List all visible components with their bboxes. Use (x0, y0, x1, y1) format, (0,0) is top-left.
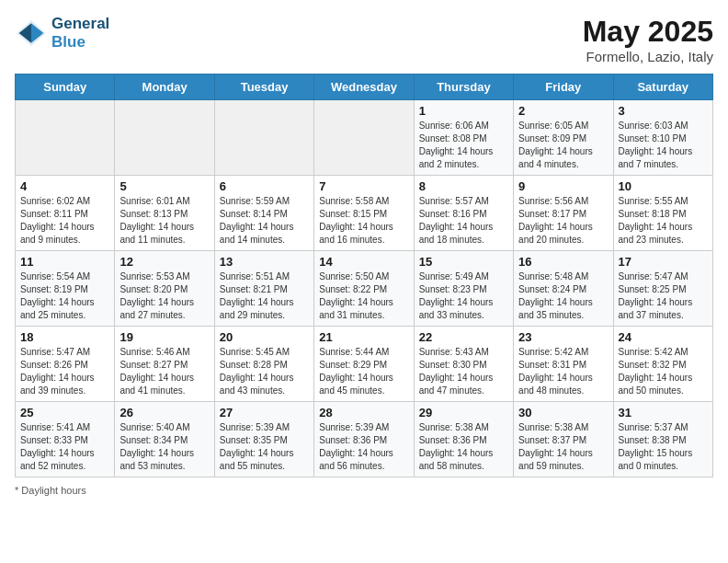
calendar-cell: 18Sunrise: 5:47 AMSunset: 8:26 PMDayligh… (16, 327, 115, 402)
calendar-cell: 6Sunrise: 5:59 AMSunset: 8:14 PMDaylight… (214, 176, 313, 251)
day-number: 31 (619, 406, 708, 419)
footer-note: * Daylight hours (15, 485, 713, 496)
calendar-cell (115, 100, 214, 176)
day-number: 9 (518, 179, 608, 193)
calendar-cell (214, 100, 313, 176)
day-info: Sunrise: 5:55 AMSunset: 8:18 PMDaylight:… (619, 195, 708, 247)
day-number: 18 (20, 330, 109, 344)
weekday-header-row: SundayMondayTuesdayWednesdayThursdayFrid… (16, 75, 713, 100)
calendar-cell (16, 100, 115, 176)
day-info: Sunrise: 5:50 AMSunset: 8:22 PMDaylight:… (319, 270, 408, 322)
day-info: Sunrise: 6:01 AMSunset: 8:13 PMDaylight:… (119, 195, 209, 247)
calendar-cell: 16Sunrise: 5:48 AMSunset: 8:24 PMDayligh… (514, 251, 613, 327)
day-info: Sunrise: 5:39 AMSunset: 8:35 PMDaylight:… (220, 421, 309, 473)
weekday-header-wednesday: Wednesday (314, 75, 414, 100)
day-info: Sunrise: 5:46 AMSunset: 8:27 PMDaylight:… (119, 346, 209, 397)
day-info: Sunrise: 5:47 AMSunset: 8:25 PMDaylight:… (619, 270, 708, 322)
weekday-header-monday: Monday (115, 75, 214, 100)
calendar-cell: 13Sunrise: 5:51 AMSunset: 8:21 PMDayligh… (214, 251, 313, 327)
day-number: 2 (518, 104, 608, 118)
calendar-cell: 22Sunrise: 5:43 AMSunset: 8:30 PMDayligh… (414, 327, 513, 402)
calendar-cell: 28Sunrise: 5:39 AMSunset: 8:36 PMDayligh… (314, 402, 414, 477)
logo: General Blue (15, 15, 109, 52)
weekday-header-sunday: Sunday (16, 75, 115, 100)
day-info: Sunrise: 5:40 AMSunset: 8:34 PMDaylight:… (119, 421, 209, 473)
day-number: 8 (419, 179, 508, 193)
calendar-cell: 8Sunrise: 5:57 AMSunset: 8:16 PMDaylight… (414, 176, 513, 251)
day-number: 26 (119, 406, 209, 419)
weekday-header-saturday: Saturday (613, 75, 712, 100)
day-info: Sunrise: 5:49 AMSunset: 8:23 PMDaylight:… (419, 270, 508, 322)
day-number: 19 (119, 330, 209, 344)
day-number: 17 (619, 255, 708, 269)
day-info: Sunrise: 5:42 AMSunset: 8:31 PMDaylight:… (518, 346, 608, 397)
day-info: Sunrise: 5:39 AMSunset: 8:36 PMDaylight:… (319, 421, 408, 473)
calendar-cell: 7Sunrise: 5:58 AMSunset: 8:15 PMDaylight… (314, 176, 414, 251)
calendar-cell: 4Sunrise: 6:02 AMSunset: 8:11 PMDaylight… (16, 176, 115, 251)
weekday-header-thursday: Thursday (414, 75, 513, 100)
day-number: 28 (319, 406, 408, 419)
calendar-cell: 26Sunrise: 5:40 AMSunset: 8:34 PMDayligh… (115, 402, 214, 477)
day-number: 29 (419, 406, 508, 419)
calendar-cell: 24Sunrise: 5:42 AMSunset: 8:32 PMDayligh… (613, 327, 712, 402)
calendar-cell: 30Sunrise: 5:38 AMSunset: 8:37 PMDayligh… (514, 402, 613, 477)
calendar-cell: 5Sunrise: 6:01 AMSunset: 8:13 PMDaylight… (115, 176, 214, 251)
page-header: General Blue May 2025 Formello, Lazio, I… (15, 15, 713, 64)
calendar-cell: 12Sunrise: 5:53 AMSunset: 8:20 PMDayligh… (115, 251, 214, 327)
calendar-cell: 1Sunrise: 6:06 AMSunset: 8:08 PMDaylight… (414, 100, 513, 176)
day-number: 1 (419, 104, 508, 118)
day-info: Sunrise: 5:48 AMSunset: 8:24 PMDaylight:… (518, 270, 608, 322)
day-info: Sunrise: 5:58 AMSunset: 8:15 PMDaylight:… (319, 195, 408, 247)
day-info: Sunrise: 5:56 AMSunset: 8:17 PMDaylight:… (518, 195, 608, 247)
weekday-header-friday: Friday (514, 75, 613, 100)
day-info: Sunrise: 5:37 AMSunset: 8:38 PMDaylight:… (619, 421, 708, 473)
day-info: Sunrise: 5:43 AMSunset: 8:30 PMDaylight:… (419, 346, 508, 397)
day-number: 23 (518, 330, 608, 344)
weekday-header-tuesday: Tuesday (214, 75, 313, 100)
day-info: Sunrise: 5:47 AMSunset: 8:26 PMDaylight:… (20, 346, 109, 397)
day-info: Sunrise: 5:45 AMSunset: 8:28 PMDaylight:… (220, 346, 309, 397)
footer-note-text: Daylight hours (21, 485, 85, 496)
calendar-cell: 9Sunrise: 5:56 AMSunset: 8:17 PMDaylight… (514, 176, 613, 251)
day-number: 11 (20, 255, 109, 269)
day-number: 4 (20, 179, 109, 193)
day-info: Sunrise: 6:05 AMSunset: 8:09 PMDaylight:… (518, 120, 608, 171)
day-number: 25 (20, 406, 109, 419)
day-info: Sunrise: 5:59 AMSunset: 8:14 PMDaylight:… (220, 195, 309, 247)
day-number: 6 (220, 179, 309, 193)
calendar-cell: 25Sunrise: 5:41 AMSunset: 8:33 PMDayligh… (16, 402, 115, 477)
week-row-1: 1Sunrise: 6:06 AMSunset: 8:08 PMDaylight… (16, 100, 713, 176)
day-info: Sunrise: 5:38 AMSunset: 8:36 PMDaylight:… (419, 421, 508, 473)
day-number: 13 (220, 255, 309, 269)
day-info: Sunrise: 5:54 AMSunset: 8:19 PMDaylight:… (20, 270, 109, 322)
day-number: 27 (220, 406, 309, 419)
month-title: May 2025 (583, 15, 713, 49)
week-row-5: 25Sunrise: 5:41 AMSunset: 8:33 PMDayligh… (16, 402, 713, 477)
day-number: 21 (319, 330, 408, 344)
calendar-cell: 31Sunrise: 5:37 AMSunset: 8:38 PMDayligh… (613, 402, 712, 477)
day-number: 20 (220, 330, 309, 344)
calendar-cell: 21Sunrise: 5:44 AMSunset: 8:29 PMDayligh… (314, 327, 414, 402)
calendar-cell: 15Sunrise: 5:49 AMSunset: 8:23 PMDayligh… (414, 251, 513, 327)
day-info: Sunrise: 5:42 AMSunset: 8:32 PMDaylight:… (619, 346, 708, 397)
calendar-table: SundayMondayTuesdayWednesdayThursdayFrid… (15, 74, 713, 477)
calendar-cell (314, 100, 414, 176)
calendar-cell: 11Sunrise: 5:54 AMSunset: 8:19 PMDayligh… (16, 251, 115, 327)
week-row-3: 11Sunrise: 5:54 AMSunset: 8:19 PMDayligh… (16, 251, 713, 327)
day-number: 14 (319, 255, 408, 269)
day-info: Sunrise: 5:53 AMSunset: 8:20 PMDaylight:… (119, 270, 209, 322)
calendar-cell: 17Sunrise: 5:47 AMSunset: 8:25 PMDayligh… (613, 251, 712, 327)
calendar-cell: 19Sunrise: 5:46 AMSunset: 8:27 PMDayligh… (115, 327, 214, 402)
calendar-cell: 23Sunrise: 5:42 AMSunset: 8:31 PMDayligh… (514, 327, 613, 402)
calendar-body: 1Sunrise: 6:06 AMSunset: 8:08 PMDaylight… (16, 100, 713, 477)
calendar-cell: 29Sunrise: 5:38 AMSunset: 8:36 PMDayligh… (414, 402, 513, 477)
calendar-cell: 3Sunrise: 6:03 AMSunset: 8:10 PMDaylight… (613, 100, 712, 176)
day-info: Sunrise: 6:02 AMSunset: 8:11 PMDaylight:… (20, 195, 109, 247)
calendar-cell: 10Sunrise: 5:55 AMSunset: 8:18 PMDayligh… (613, 176, 712, 251)
day-info: Sunrise: 5:38 AMSunset: 8:37 PMDaylight:… (518, 421, 608, 473)
day-number: 15 (419, 255, 508, 269)
day-number: 30 (518, 406, 608, 419)
calendar-cell: 27Sunrise: 5:39 AMSunset: 8:35 PMDayligh… (214, 402, 313, 477)
calendar-cell: 2Sunrise: 6:05 AMSunset: 8:09 PMDaylight… (514, 100, 613, 176)
day-number: 3 (619, 104, 708, 118)
